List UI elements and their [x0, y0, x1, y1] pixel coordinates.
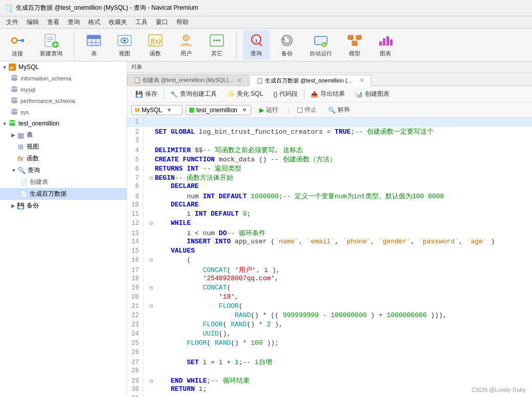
menu-help[interactable]: 帮助 — [172, 17, 193, 28]
code-line: 12⊟ WHILE — [127, 219, 532, 228]
other-button[interactable]: 其它 — [203, 30, 230, 59]
code-line: 19⊟ CONCAT( — [127, 284, 532, 293]
sidebar-item-tables-folder[interactable]: ▶ ▦ 表 — [0, 129, 127, 141]
tab-close-2[interactable]: ✕ — [359, 77, 364, 84]
code-line: 26 — [127, 348, 532, 358]
tab-close-1[interactable]: ✕ — [237, 77, 242, 84]
db-type-select[interactable]: M MySQL ▼ — [131, 105, 182, 115]
line-content: BEGIN-- 函数方法体开始 — [155, 173, 532, 182]
sidebar-item-mysql[interactable]: ▼ M MySQL — [0, 61, 127, 73]
menu-favorites[interactable]: 收藏夹 — [105, 17, 131, 28]
line-number: 22 — [127, 312, 144, 319]
sidebar-item-create-table-query[interactable]: 📄 创建表 — [0, 176, 127, 188]
create-chart-icon: 📊 — [355, 91, 363, 98]
menu-view[interactable]: 查看 — [43, 17, 64, 28]
save-button[interactable]: 💾 保存 — [131, 88, 161, 100]
model-button[interactable]: 模型 — [341, 30, 368, 59]
sidebar-item-test-onemillion[interactable]: ▼ test_onemillion — [0, 118, 127, 129]
function-button[interactable]: f(x) 函数 — [142, 30, 169, 59]
line-number: 3 — [127, 137, 144, 144]
sidebar-item-queries-folder[interactable]: ▼ 🔍 查询 — [0, 164, 127, 176]
svg-point-47 — [11, 78, 17, 81]
title-bar-text: 生成百万数据 @test_onemillion (MySQL) - 查询 - N… — [16, 4, 198, 12]
menu-query[interactable]: 查询 — [64, 17, 84, 28]
menu-file[interactable]: 文件 — [2, 17, 23, 28]
sidebar-item-backup-folder[interactable]: ▶ 💾 备份 — [0, 200, 127, 212]
explain-icon: 🔍 — [328, 107, 336, 114]
database-select[interactable]: test_onemillion ▼ — [186, 105, 251, 115]
fold-icon[interactable]: ⊟ — [148, 285, 155, 291]
stop-button[interactable]: 停止 — [293, 105, 321, 115]
db-icon-3 — [10, 97, 18, 105]
code-line: 14 INSERT INTO app_user (`name`, `email`… — [127, 238, 532, 247]
table-button[interactable]: 表 — [80, 30, 107, 59]
view-button[interactable]: 视图 — [111, 30, 138, 59]
tab-generate-data[interactable]: 📋 生成百万数据 @test_onemillion (MyS... ✕ — [250, 75, 371, 86]
svg-rect-40 — [383, 38, 385, 46]
db-active-icon — [8, 119, 16, 128]
autorun-button[interactable]: 自动运行 — [304, 30, 337, 59]
mysql-icon-small: M — [135, 107, 139, 113]
main-layout: ▼ M MySQL information_schema mysql — [0, 61, 532, 397]
line-number: 24 — [127, 330, 144, 338]
create-chart-button[interactable]: 📊 创建图表 — [351, 88, 394, 100]
menu-format[interactable]: 格式 — [84, 17, 105, 28]
menu-window[interactable]: 窗口 — [152, 17, 172, 28]
svg-line-37 — [351, 39, 355, 41]
sidebar-item-functions-folder[interactable]: ▶ fx 函数 — [0, 153, 127, 164]
fold-icon[interactable]: ⊟ — [148, 378, 155, 384]
code-line: 16⊟ ( — [127, 256, 532, 265]
sys-label: sys — [21, 109, 29, 115]
menu-tools[interactable]: 工具 — [131, 17, 152, 28]
sidebar: ▼ M MySQL information_schema mysql — [0, 61, 127, 397]
functions-label: 函数 — [27, 154, 39, 163]
sidebar-item-sys[interactable]: sys — [0, 107, 127, 118]
code-line: 10 DECLARE — [127, 201, 532, 210]
line-content: SET i = i + 1;-- i自增 — [155, 358, 532, 367]
sidebar-item-performance-schema[interactable]: performance_schema — [0, 95, 127, 107]
line-number: 10 — [127, 201, 144, 208]
connect-button[interactable]: 连接 — [4, 30, 31, 59]
svg-point-18 — [124, 39, 126, 42]
sidebar-item-generate-data-query[interactable]: 📄 生成百万数据 — [0, 188, 127, 200]
content-area: 对象 📋 创建表 @test_onemillion (MySQL) - ... … — [127, 61, 532, 397]
backup-label: 备份 — [27, 201, 39, 210]
chart-button[interactable]: 图表 — [372, 30, 399, 59]
mysql-label: MySQL — [18, 64, 39, 71]
svg-rect-36 — [352, 41, 357, 46]
sidebar-item-mysql-db[interactable]: mysql — [0, 84, 127, 95]
queries-label: 查询 — [28, 166, 40, 175]
query-icon — [248, 32, 264, 49]
code-snippet-button[interactable]: () 代码段 — [269, 88, 302, 100]
sidebar-item-views-folder[interactable]: ▶ ⊞ 视图 — [0, 141, 127, 153]
code-line: 3 — [127, 136, 532, 145]
svg-rect-34 — [348, 35, 353, 39]
title-bar: 🗒️ 生成百万数据 @test_onemillion (MySQL) - 查询 … — [0, 0, 532, 16]
code-line: 7⊟BEGIN-- 函数方法体开始 — [127, 173, 532, 182]
user-button[interactable]: 用户 — [173, 30, 199, 59]
explain-button[interactable]: 🔍 解释 — [324, 105, 354, 115]
user-label: 用户 — [180, 50, 192, 57]
menu-edit[interactable]: 编辑 — [23, 17, 43, 28]
table-label: 表 — [91, 50, 97, 57]
line-number: 7 — [127, 175, 144, 182]
run-button[interactable]: ▶ 运行 — [254, 105, 283, 115]
fold-icon[interactable]: ⊟ — [148, 220, 155, 226]
save-label: 保存 — [145, 90, 157, 98]
tab-create-table[interactable]: 📋 创建表 @test_onemillion (MySQL) - ... ✕ — [127, 74, 249, 86]
export-result-button[interactable]: 📤 导出结果 — [306, 88, 349, 100]
fold-icon[interactable]: ⊟ — [148, 257, 155, 263]
svg-point-24 — [216, 39, 218, 41]
sidebar-item-information-schema[interactable]: information_schema — [0, 73, 127, 84]
query-button[interactable]: 查询 — [243, 30, 270, 59]
backup-button[interactable]: 备份 — [274, 30, 300, 59]
fold-icon[interactable]: ⊟ — [148, 303, 155, 309]
code-editor[interactable]: 1 2SET GLOBAL log_bin_trust_function_cre… — [127, 118, 532, 397]
table-icon — [86, 32, 102, 49]
build-query-button[interactable]: 🔧 查询创建工具 — [166, 88, 221, 100]
new-query-button[interactable]: 新建查询 — [35, 30, 68, 59]
fold-icon[interactable]: ⊟ — [148, 175, 155, 181]
dropdown-icon: ▼ — [166, 107, 172, 114]
database-label: test_onemillion — [196, 107, 237, 114]
beautify-sql-button[interactable]: ✨ 美化 SQL — [223, 88, 267, 100]
